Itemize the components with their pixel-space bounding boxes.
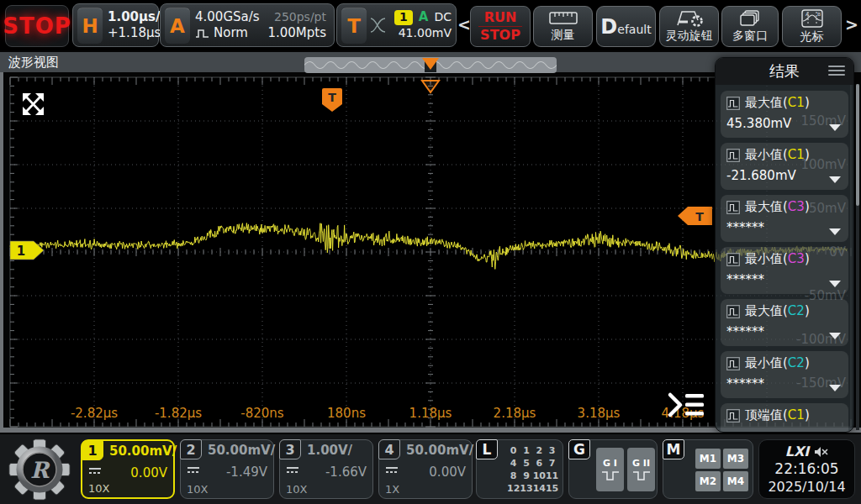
gen1-label: G I bbox=[603, 458, 617, 469]
channel-number-badge: 4 bbox=[378, 439, 400, 459]
result-expand-caret-icon[interactable] bbox=[829, 385, 841, 391]
result-label: 最小值(C3) bbox=[745, 251, 810, 267]
acquire-button[interactable]: A bbox=[165, 8, 190, 44]
la-digit: 10 bbox=[533, 470, 546, 482]
quick-knob-label: 灵动旋钮 bbox=[666, 29, 713, 44]
quick-knob-button[interactable]: 灵动旋钮 bbox=[659, 6, 719, 47]
math1-button[interactable]: M1 bbox=[695, 449, 721, 469]
measurement-icon bbox=[726, 409, 740, 423]
measure-label: 测量 bbox=[552, 28, 575, 43]
svg-text:R: R bbox=[30, 457, 50, 483]
trigger-source-badge: 1 bbox=[394, 10, 413, 25]
channel1-button[interactable]: 150.00mV/0.00V10X bbox=[81, 439, 175, 499]
results-scrollbar[interactable] bbox=[856, 84, 859, 430]
svg-text:B: B bbox=[817, 11, 821, 17]
result-value: ****** bbox=[726, 324, 843, 339]
result-card[interactable]: 最小值(C1)-21.680mV bbox=[721, 143, 848, 190]
result-expand-caret-icon[interactable] bbox=[829, 176, 841, 183]
svg-text:2.18µs: 2.18µs bbox=[494, 406, 536, 421]
gen2-button[interactable]: G II bbox=[627, 448, 655, 491]
channel-offset: -1.66V bbox=[325, 465, 367, 480]
math4-button[interactable]: M4 bbox=[723, 471, 748, 491]
stop-status-button[interactable]: STOP bbox=[5, 5, 69, 47]
result-expand-caret-icon[interactable] bbox=[829, 124, 841, 131]
trigger-position-marker-icon[interactable] bbox=[422, 58, 439, 70]
default-label-big: D bbox=[600, 18, 617, 36]
multi-window-icon bbox=[739, 10, 761, 27]
trigger-settings-group[interactable]: T 1 A DC 41.00mV bbox=[336, 3, 457, 47]
cursor-label: 光标 bbox=[800, 29, 824, 45]
result-card[interactable]: 最大值(C3)****** bbox=[721, 195, 848, 242]
channel-offset: -1.49V bbox=[226, 465, 267, 480]
default-button[interactable]: Default bbox=[596, 6, 656, 47]
horizontal-offset: +1.18µs bbox=[108, 25, 161, 41]
math-button[interactable]: M M1 M3 M2 M4 bbox=[663, 439, 753, 499]
result-label: 最大值(C2) bbox=[745, 303, 810, 319]
result-card[interactable]: 最大值(C1)45.380mV bbox=[721, 91, 848, 138]
svg-text:-820ns: -820ns bbox=[240, 406, 284, 421]
measure-button[interactable]: 测量 bbox=[533, 6, 593, 47]
logic-analyzer-button[interactable]: L 0123456789101112131415 bbox=[476, 439, 563, 499]
dc-coupling-icon bbox=[88, 467, 102, 475]
gen2-label: G II bbox=[632, 458, 650, 469]
channel-scale: 50.00mV/ bbox=[208, 443, 275, 458]
default-label: efault bbox=[617, 23, 651, 36]
sample-interval: 250ps/pt bbox=[267, 9, 326, 25]
channel-scale: 50.00mV/ bbox=[406, 443, 473, 458]
la-digit: 1 bbox=[523, 445, 530, 457]
svg-text:-1.82µs: -1.82µs bbox=[155, 406, 202, 421]
gen1-button[interactable]: G I bbox=[596, 448, 624, 491]
run-label: RUN bbox=[484, 9, 517, 26]
trigger-button[interactable]: T bbox=[341, 8, 367, 44]
run-stop-button[interactable]: RUN STOP bbox=[470, 6, 531, 47]
la-digit: 2 bbox=[536, 445, 542, 457]
dc-coupling-icon bbox=[385, 466, 399, 475]
generator-button[interactable]: G G I G II bbox=[568, 439, 658, 499]
math-badge: M bbox=[663, 439, 684, 459]
results-panel-header[interactable]: 结果 bbox=[716, 58, 853, 85]
results-menu-icon[interactable] bbox=[828, 66, 845, 76]
horizontal-settings-group[interactable]: H 1.00µs/ +1.18µs bbox=[72, 3, 159, 47]
result-label: 最小值(C1) bbox=[745, 147, 810, 163]
result-expand-caret-icon[interactable] bbox=[829, 228, 841, 235]
result-card[interactable]: 最小值(C2)****** bbox=[721, 351, 848, 398]
multi-window-button[interactable]: 多窗口 bbox=[721, 6, 779, 47]
result-value: ****** bbox=[726, 376, 843, 391]
horizontal-scale: 1.00µs/ bbox=[108, 9, 161, 25]
la-digit: 5 bbox=[523, 458, 530, 470]
acquisition-settings-group[interactable]: A 4.00GSa/s Norm 250ps/pt 1.00Mpts bbox=[160, 3, 335, 47]
result-label: 最大值(C3) bbox=[745, 199, 810, 215]
result-expand-caret-icon[interactable] bbox=[829, 281, 841, 287]
square-wave-icon bbox=[195, 29, 210, 39]
channel2-button[interactable]: 250.00mV/-1.49V10X bbox=[180, 439, 274, 499]
results-list: 最大值(C1)45.380mV最小值(C1)-21.680mV最大值(C3)**… bbox=[716, 85, 853, 433]
result-label: 最小值(C2) bbox=[745, 355, 810, 371]
results-title: 结果 bbox=[769, 61, 800, 81]
channel4-button[interactable]: 450.00mV/0.00V1X bbox=[378, 439, 473, 499]
measurement-icon bbox=[726, 97, 740, 110]
cursor-button[interactable]: AB 光标 bbox=[782, 6, 842, 47]
multi-window-label: 多窗口 bbox=[732, 29, 768, 44]
la-digit: 15 bbox=[546, 483, 558, 495]
result-expand-caret-icon[interactable] bbox=[829, 333, 841, 339]
result-value: 45.380mV bbox=[726, 116, 843, 131]
toolbar-scroll-left-icon[interactable]: < bbox=[457, 13, 471, 35]
math2-button[interactable]: M2 bbox=[695, 471, 721, 491]
channel-number-badge: 2 bbox=[180, 439, 202, 459]
channel3-button[interactable]: 31.00V/-1.66V10X bbox=[279, 439, 373, 499]
result-card[interactable]: 最小值(C3)****** bbox=[721, 247, 848, 294]
result-card[interactable]: 顶端值(C1) bbox=[721, 403, 848, 433]
result-value: -21.680mV bbox=[726, 168, 843, 183]
stop-label: STOP bbox=[480, 27, 520, 44]
result-label: 顶端值(C1) bbox=[745, 407, 810, 423]
result-card[interactable]: 最大值(C2)****** bbox=[721, 299, 848, 346]
horizontal-button[interactable]: H bbox=[77, 8, 103, 44]
toolbar-scroll-right-icon[interactable]: > bbox=[845, 13, 858, 35]
channel-probe: 10X bbox=[88, 482, 109, 495]
channel-offset: 0.00V bbox=[130, 465, 167, 480]
oscilloscope-screen: STOP H 1.00µs/ +1.18µs A 4.00GSa/s Norm … bbox=[0, 0, 861, 504]
horizontal-position-scrollbar[interactable] bbox=[304, 57, 557, 73]
math3-button[interactable]: M3 bbox=[723, 449, 748, 469]
channel-number-badge: 1 bbox=[82, 440, 103, 460]
rigol-logo[interactable]: R bbox=[7, 438, 72, 501]
